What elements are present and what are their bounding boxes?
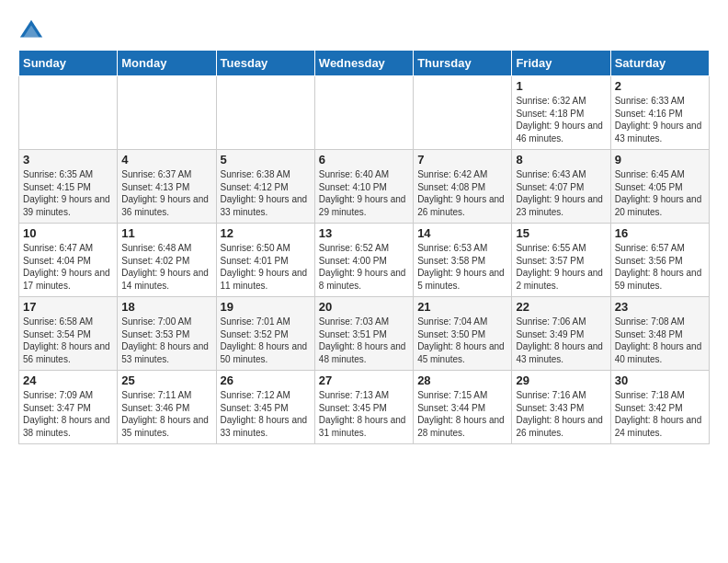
day-cell xyxy=(118,76,216,150)
day-number: 13 xyxy=(319,226,409,240)
day-number: 21 xyxy=(417,300,507,314)
day-number: 1 xyxy=(516,79,606,93)
day-cell: 10Sunrise: 6:47 AM Sunset: 4:04 PM Dayli… xyxy=(19,224,118,297)
page: SundayMondayTuesdayWednesdayThursdayFrid… xyxy=(0,0,728,454)
day-detail: Sunrise: 6:38 AM Sunset: 4:12 PM Dayligh… xyxy=(221,168,311,218)
day-number: 16 xyxy=(615,226,705,240)
day-detail: Sunrise: 7:06 AM Sunset: 3:49 PM Dayligh… xyxy=(516,316,606,365)
week-row-4: 24Sunrise: 7:09 AM Sunset: 3:47 PM Dayli… xyxy=(19,371,710,444)
day-detail: Sunrise: 7:11 AM Sunset: 3:46 PM Dayligh… xyxy=(121,389,211,439)
week-row-3: 17Sunrise: 6:58 AM Sunset: 3:54 PM Dayli… xyxy=(19,297,710,371)
day-cell: 24Sunrise: 7:09 AM Sunset: 3:47 PM Dayli… xyxy=(19,371,118,444)
day-detail: Sunrise: 6:40 AM Sunset: 4:10 PM Dayligh… xyxy=(319,168,409,218)
day-cell: 9Sunrise: 6:45 AM Sunset: 4:05 PM Daylig… xyxy=(610,150,709,224)
day-detail: Sunrise: 6:35 AM Sunset: 4:15 PM Dayligh… xyxy=(23,168,113,218)
day-cell: 18Sunrise: 7:00 AM Sunset: 3:53 PM Dayli… xyxy=(118,297,216,371)
day-cell: 6Sunrise: 6:40 AM Sunset: 4:10 PM Daylig… xyxy=(314,150,413,224)
day-number: 18 xyxy=(121,300,211,314)
day-number: 5 xyxy=(221,153,311,167)
day-detail: Sunrise: 6:53 AM Sunset: 3:58 PM Dayligh… xyxy=(417,242,507,292)
day-cell: 29Sunrise: 7:16 AM Sunset: 3:43 PM Dayli… xyxy=(512,371,610,444)
day-detail: Sunrise: 7:09 AM Sunset: 3:47 PM Dayligh… xyxy=(23,389,113,439)
day-detail: Sunrise: 6:47 AM Sunset: 4:04 PM Dayligh… xyxy=(23,242,113,292)
day-detail: Sunrise: 7:01 AM Sunset: 3:52 PM Dayligh… xyxy=(221,316,311,365)
col-header-wednesday: Wednesday xyxy=(314,51,413,76)
day-number: 23 xyxy=(615,300,705,314)
day-detail: Sunrise: 7:04 AM Sunset: 3:50 PM Dayligh… xyxy=(417,316,507,365)
col-header-monday: Monday xyxy=(118,51,216,76)
day-cell: 12Sunrise: 6:50 AM Sunset: 4:01 PM Dayli… xyxy=(216,224,314,297)
day-cell: 11Sunrise: 6:48 AM Sunset: 4:02 PM Dayli… xyxy=(118,224,216,297)
day-detail: Sunrise: 7:08 AM Sunset: 3:48 PM Dayligh… xyxy=(615,316,705,365)
day-cell: 8Sunrise: 6:43 AM Sunset: 4:07 PM Daylig… xyxy=(512,150,610,224)
day-number: 17 xyxy=(23,300,113,314)
week-row-0: 1Sunrise: 6:32 AM Sunset: 4:18 PM Daylig… xyxy=(19,76,710,150)
day-cell: 14Sunrise: 6:53 AM Sunset: 3:58 PM Dayli… xyxy=(414,224,512,297)
day-cell: 4Sunrise: 6:37 AM Sunset: 4:13 PM Daylig… xyxy=(118,150,216,224)
day-number: 6 xyxy=(319,153,409,167)
day-detail: Sunrise: 6:58 AM Sunset: 3:54 PM Dayligh… xyxy=(23,316,113,365)
calendar: SundayMondayTuesdayWednesdayThursdayFrid… xyxy=(18,50,710,444)
day-detail: Sunrise: 7:15 AM Sunset: 3:44 PM Dayligh… xyxy=(417,389,507,439)
day-cell xyxy=(314,76,413,150)
day-cell: 28Sunrise: 7:15 AM Sunset: 3:44 PM Dayli… xyxy=(414,371,512,444)
day-detail: Sunrise: 7:18 AM Sunset: 3:42 PM Dayligh… xyxy=(615,389,705,439)
day-detail: Sunrise: 7:13 AM Sunset: 3:45 PM Dayligh… xyxy=(319,389,409,439)
header xyxy=(18,15,710,44)
col-header-friday: Friday xyxy=(512,51,610,76)
logo xyxy=(18,18,46,44)
day-detail: Sunrise: 6:33 AM Sunset: 4:16 PM Dayligh… xyxy=(615,95,705,144)
day-number: 14 xyxy=(417,226,507,240)
day-number: 15 xyxy=(516,226,606,240)
header-row: SundayMondayTuesdayWednesdayThursdayFrid… xyxy=(19,51,710,76)
day-number: 4 xyxy=(121,153,211,167)
day-number: 24 xyxy=(23,373,113,387)
week-row-1: 3Sunrise: 6:35 AM Sunset: 4:15 PM Daylig… xyxy=(19,150,710,224)
day-cell: 30Sunrise: 7:18 AM Sunset: 3:42 PM Dayli… xyxy=(610,371,709,444)
day-number: 27 xyxy=(319,373,409,387)
day-cell: 15Sunrise: 6:55 AM Sunset: 3:57 PM Dayli… xyxy=(512,224,610,297)
day-cell: 3Sunrise: 6:35 AM Sunset: 4:15 PM Daylig… xyxy=(19,150,118,224)
day-detail: Sunrise: 6:45 AM Sunset: 4:05 PM Dayligh… xyxy=(615,168,705,218)
day-cell: 26Sunrise: 7:12 AM Sunset: 3:45 PM Dayli… xyxy=(216,371,314,444)
day-detail: Sunrise: 6:48 AM Sunset: 4:02 PM Dayligh… xyxy=(121,242,211,292)
week-row-2: 10Sunrise: 6:47 AM Sunset: 4:04 PM Dayli… xyxy=(19,224,710,297)
day-cell: 22Sunrise: 7:06 AM Sunset: 3:49 PM Dayli… xyxy=(512,297,610,371)
day-detail: Sunrise: 6:43 AM Sunset: 4:07 PM Dayligh… xyxy=(516,168,606,218)
day-cell: 2Sunrise: 6:33 AM Sunset: 4:16 PM Daylig… xyxy=(610,76,709,150)
day-number: 12 xyxy=(221,226,311,240)
day-detail: Sunrise: 6:57 AM Sunset: 3:56 PM Dayligh… xyxy=(615,242,705,292)
day-cell: 25Sunrise: 7:11 AM Sunset: 3:46 PM Dayli… xyxy=(118,371,216,444)
day-detail: Sunrise: 6:32 AM Sunset: 4:18 PM Dayligh… xyxy=(516,95,606,144)
day-number: 9 xyxy=(615,153,705,167)
day-detail: Sunrise: 7:12 AM Sunset: 3:45 PM Dayligh… xyxy=(221,389,311,439)
day-number: 22 xyxy=(516,300,606,314)
col-header-sunday: Sunday xyxy=(19,51,118,76)
day-cell: 21Sunrise: 7:04 AM Sunset: 3:50 PM Dayli… xyxy=(414,297,512,371)
day-detail: Sunrise: 7:16 AM Sunset: 3:43 PM Dayligh… xyxy=(516,389,606,439)
day-cell: 5Sunrise: 6:38 AM Sunset: 4:12 PM Daylig… xyxy=(216,150,314,224)
day-cell: 1Sunrise: 6:32 AM Sunset: 4:18 PM Daylig… xyxy=(512,76,610,150)
day-detail: Sunrise: 6:50 AM Sunset: 4:01 PM Dayligh… xyxy=(221,242,311,292)
col-header-saturday: Saturday xyxy=(610,51,709,76)
logo-icon xyxy=(18,18,44,44)
day-cell: 17Sunrise: 6:58 AM Sunset: 3:54 PM Dayli… xyxy=(19,297,118,371)
day-cell: 20Sunrise: 7:03 AM Sunset: 3:51 PM Dayli… xyxy=(314,297,413,371)
day-number: 26 xyxy=(221,373,311,387)
day-cell xyxy=(19,76,118,150)
day-number: 29 xyxy=(516,373,606,387)
day-number: 19 xyxy=(221,300,311,314)
col-header-tuesday: Tuesday xyxy=(216,51,314,76)
day-cell: 27Sunrise: 7:13 AM Sunset: 3:45 PM Dayli… xyxy=(314,371,413,444)
col-header-thursday: Thursday xyxy=(414,51,512,76)
day-cell: 23Sunrise: 7:08 AM Sunset: 3:48 PM Dayli… xyxy=(610,297,709,371)
day-number: 3 xyxy=(23,153,113,167)
day-number: 2 xyxy=(615,79,705,93)
day-cell: 13Sunrise: 6:52 AM Sunset: 4:00 PM Dayli… xyxy=(314,224,413,297)
day-number: 25 xyxy=(121,373,211,387)
day-cell: 16Sunrise: 6:57 AM Sunset: 3:56 PM Dayli… xyxy=(610,224,709,297)
day-detail: Sunrise: 6:37 AM Sunset: 4:13 PM Dayligh… xyxy=(121,168,211,218)
day-detail: Sunrise: 7:03 AM Sunset: 3:51 PM Dayligh… xyxy=(319,316,409,365)
day-number: 7 xyxy=(417,153,507,167)
day-cell xyxy=(216,76,314,150)
